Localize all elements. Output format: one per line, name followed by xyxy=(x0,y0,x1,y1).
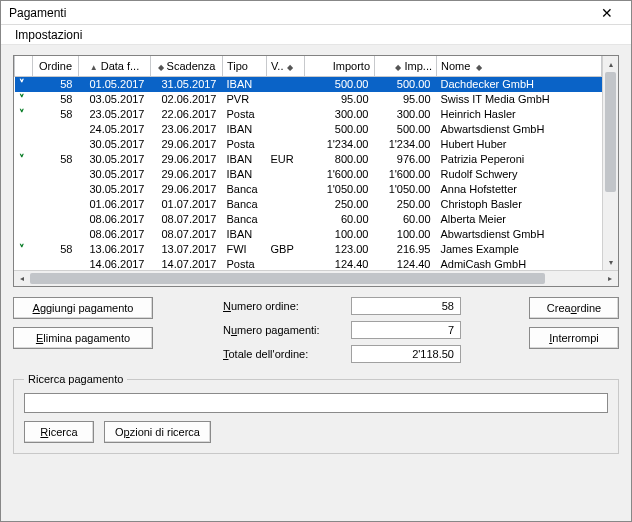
cell-valuta xyxy=(267,257,305,271)
cell-tipo: Posta xyxy=(223,137,267,152)
cell-imp2: 300.00 xyxy=(375,107,437,122)
cell-importo: 95.00 xyxy=(305,92,375,107)
cell-nome: Swiss IT Media GmbH xyxy=(437,92,602,107)
cell-imp2: 216.95 xyxy=(375,242,437,257)
close-button[interactable]: ✕ xyxy=(589,3,625,23)
cell-scadenza: 29.06.2017 xyxy=(151,137,223,152)
cell-imp2: 1'050.00 xyxy=(375,182,437,197)
table-row[interactable]: 14.06.201714.07.2017Posta124.40124.40Adm… xyxy=(15,257,602,271)
cell-scadenza: 08.07.2017 xyxy=(151,212,223,227)
row-mark xyxy=(15,212,33,227)
table-row[interactable]: 08.06.201708.07.2017IBAN100.00100.00Abwa… xyxy=(15,227,602,242)
cell-dataf: 30.05.2017 xyxy=(79,182,151,197)
cell-ordine: 58 xyxy=(33,242,79,257)
row-mark xyxy=(15,197,33,212)
scroll-thumb[interactable] xyxy=(605,72,616,192)
col-dataf[interactable]: ▲ Data f... xyxy=(79,56,151,76)
vertical-scrollbar[interactable]: ▴ ▾ xyxy=(602,56,618,270)
payment-count-row: Numero pagamenti: 7 xyxy=(223,321,509,339)
cell-dataf: 01.05.2017 xyxy=(79,76,151,92)
cell-importo: 300.00 xyxy=(305,107,375,122)
cell-nome: Rudolf Schwery xyxy=(437,167,602,182)
dialog-window: Pagamenti ✕ Impostazioni xyxy=(0,0,632,522)
add-payment-label: ggiungi pagamento xyxy=(40,302,134,314)
table-row[interactable]: 30.05.201729.06.2017IBAN1'600.001'600.00… xyxy=(15,167,602,182)
row-mark: ˅ xyxy=(15,76,33,92)
col-scadenza[interactable]: ◆ Scadenza xyxy=(151,56,223,76)
col-imp2[interactable]: ◆ Imp... xyxy=(375,56,437,76)
sort-icon: ◆ xyxy=(158,63,164,72)
table-header-row: Ordine ▲ Data f... ◆ Scadenza Tipo V.. ◆… xyxy=(15,56,602,76)
cell-scadenza: 29.06.2017 xyxy=(151,182,223,197)
col-tipo[interactable]: Tipo xyxy=(223,56,267,76)
search-input[interactable] xyxy=(24,393,608,413)
add-payment-button[interactable]: Aggiungi pagamento xyxy=(13,297,153,319)
sort-up-icon: ▲ xyxy=(90,63,98,72)
cell-scadenza: 08.07.2017 xyxy=(151,227,223,242)
cell-valuta xyxy=(267,227,305,242)
scroll-left-icon[interactable]: ◂ xyxy=(14,274,30,283)
row-mark xyxy=(15,167,33,182)
scroll-up-icon[interactable]: ▴ xyxy=(603,56,618,72)
order-total-row: Totale dell'ordine: 2'118.50 xyxy=(223,345,509,363)
table-row[interactable]: ˅5801.05.201731.05.2017IBAN500.00500.00D… xyxy=(15,76,602,92)
col-valuta[interactable]: V.. ◆ xyxy=(267,56,305,76)
cell-dataf: 14.06.2017 xyxy=(79,257,151,271)
hscroll-thumb[interactable] xyxy=(30,273,545,284)
menu-impostazioni[interactable]: Impostazioni xyxy=(9,26,88,44)
table-row[interactable]: 30.05.201729.06.2017Posta1'234.001'234.0… xyxy=(15,137,602,152)
cell-dataf: 30.05.2017 xyxy=(79,152,151,167)
cell-importo: 500.00 xyxy=(305,122,375,137)
cell-nome: Hubert Huber xyxy=(437,137,602,152)
col-ordine[interactable]: Ordine xyxy=(33,56,79,76)
cell-scadenza: 14.07.2017 xyxy=(151,257,223,271)
col-mark[interactable] xyxy=(15,56,33,76)
col-nome[interactable]: Nome ◆ xyxy=(437,56,602,76)
cell-importo: 800.00 xyxy=(305,152,375,167)
cell-valuta: GBP xyxy=(267,242,305,257)
cell-importo: 250.00 xyxy=(305,197,375,212)
cell-imp2: 95.00 xyxy=(375,92,437,107)
horizontal-scrollbar[interactable]: ◂ ▸ xyxy=(14,270,618,286)
cell-dataf: 30.05.2017 xyxy=(79,137,151,152)
cell-tipo: IBAN xyxy=(223,122,267,137)
search-options-button[interactable]: Opzioni di ricerca xyxy=(104,421,211,443)
cell-valuta xyxy=(267,167,305,182)
table-row[interactable]: ˅5830.05.201729.06.2017IBANEUR800.00976.… xyxy=(15,152,602,167)
scroll-down-icon[interactable]: ▾ xyxy=(603,254,618,270)
row-mark xyxy=(15,227,33,242)
payment-count-label: Numero pagamenti: xyxy=(223,324,343,336)
cell-scadenza: 31.05.2017 xyxy=(151,76,223,92)
cell-ordine xyxy=(33,167,79,182)
cell-importo: 124.40 xyxy=(305,257,375,271)
col-tipo-label: Tipo xyxy=(227,60,248,72)
cell-scadenza: 22.06.2017 xyxy=(151,107,223,122)
cell-importo: 1'234.00 xyxy=(305,137,375,152)
table-row[interactable]: 30.05.201729.06.2017Banca1'050.001'050.0… xyxy=(15,182,602,197)
scroll-right-icon[interactable]: ▸ xyxy=(602,274,618,283)
table-row[interactable]: 01.06.201701.07.2017Banca250.00250.00Chr… xyxy=(15,197,602,212)
row-mark: ˅ xyxy=(15,152,33,167)
interrupt-button[interactable]: Interrompi xyxy=(529,327,619,349)
cell-dataf: 03.05.2017 xyxy=(79,92,151,107)
cell-imp2: 100.00 xyxy=(375,227,437,242)
table-row[interactable]: 08.06.201708.07.2017Banca60.0060.00Alber… xyxy=(15,212,602,227)
cell-tipo: Banca xyxy=(223,182,267,197)
payments-table[interactable]: Ordine ▲ Data f... ◆ Scadenza Tipo V.. ◆… xyxy=(14,56,602,270)
table-row[interactable]: 24.05.201723.06.2017IBAN500.00500.00Abwa… xyxy=(15,122,602,137)
delete-payment-button[interactable]: Elimina pagamento xyxy=(13,327,153,349)
cell-valuta xyxy=(267,122,305,137)
cell-importo: 1'050.00 xyxy=(305,182,375,197)
create-order-button[interactable]: Crea ordine xyxy=(529,297,619,319)
table-row[interactable]: ˅5803.05.201702.06.2017PVR95.0095.00Swis… xyxy=(15,92,602,107)
table-row[interactable]: ˅5823.05.201722.06.2017Posta300.00300.00… xyxy=(15,107,602,122)
cell-imp2: 60.00 xyxy=(375,212,437,227)
row-mark xyxy=(15,182,33,197)
search-button[interactable]: Ricerca xyxy=(24,421,94,443)
col-ordine-label: Ordine xyxy=(39,60,72,72)
col-importo[interactable]: Importo xyxy=(305,56,375,76)
col-importo-label: Importo xyxy=(333,60,370,72)
row-mark: ˅ xyxy=(15,92,33,107)
table-row[interactable]: ˅5813.06.201713.07.2017FWIGBP123.00216.9… xyxy=(15,242,602,257)
middle-area: Aggiungi pagamento Elimina pagamento Num… xyxy=(13,297,619,363)
